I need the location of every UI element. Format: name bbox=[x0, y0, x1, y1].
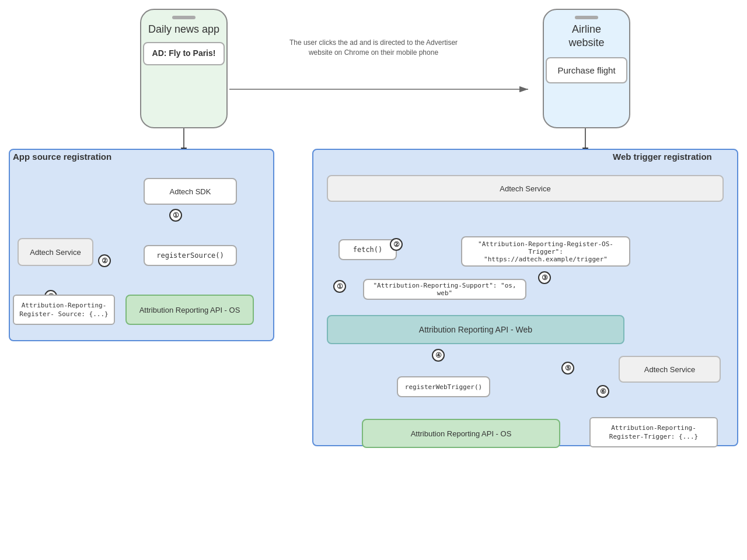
attribution-web-box: Attribution Reporting API - Web bbox=[327, 315, 624, 344]
right-step-1: ① bbox=[333, 280, 346, 293]
left-phone-title: Daily news app bbox=[142, 23, 225, 36]
adtech-service-top-right: Adtech Service bbox=[327, 175, 724, 202]
code-box-left: Attribution-Reporting-Register- Source: … bbox=[13, 295, 115, 325]
left-section-label: App source registration bbox=[13, 152, 111, 162]
right-phone-speaker bbox=[575, 16, 598, 19]
left-step-2: ② bbox=[98, 254, 111, 267]
os-trigger-header-box: "Attribution-Reporting-Register-OS-Trigg… bbox=[461, 236, 630, 267]
support-header-box: "Attribution-Reporting-Support": "os, we… bbox=[363, 279, 526, 300]
right-step-6: ⑥ bbox=[596, 385, 609, 398]
register-web-trigger-box: registerWebTrigger() bbox=[397, 376, 490, 397]
right-section-label: Web trigger registration bbox=[613, 152, 712, 162]
ad-box: AD: Fly to Paris! bbox=[143, 42, 225, 65]
left-phone-speaker bbox=[172, 16, 196, 19]
purchase-box: Purchase flight bbox=[546, 57, 627, 83]
adtech-sdk-box: Adtech SDK bbox=[144, 178, 237, 205]
left-phone: Daily news app AD: Fly to Paris! bbox=[140, 9, 228, 128]
left-step-1: ① bbox=[169, 209, 182, 222]
fetch-box: fetch() bbox=[338, 239, 397, 260]
arrow-annotation: The user clicks the ad and is directed t… bbox=[286, 38, 461, 58]
adtech-service-left: Adtech Service bbox=[18, 238, 93, 266]
diagram-area: Daily news app AD: Fly to Paris! Airline… bbox=[0, 0, 747, 560]
right-step-4: ④ bbox=[432, 349, 445, 362]
right-step-5: ⑤ bbox=[561, 362, 574, 374]
register-source-box: registerSource() bbox=[144, 245, 237, 266]
attribution-os-left: Attribution Reporting API - OS bbox=[125, 295, 254, 325]
adtech-service-right: Adtech Service bbox=[619, 356, 721, 383]
right-phone: Airlinewebsite Purchase flight bbox=[543, 9, 630, 128]
code-box-trigger: Attribution-Reporting- Register-Trigger:… bbox=[589, 417, 718, 447]
attribution-os-right: Attribution Reporting API - OS bbox=[362, 419, 560, 448]
right-step-3: ③ bbox=[538, 271, 551, 284]
right-phone-title: Airlinewebsite bbox=[563, 23, 610, 50]
right-step-2: ② bbox=[390, 238, 403, 251]
